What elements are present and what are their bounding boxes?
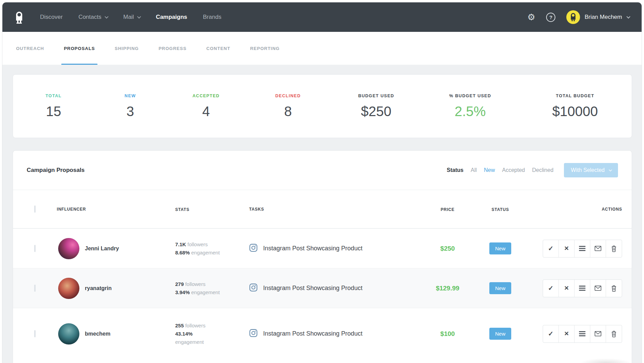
status-filter-label: Status	[447, 167, 464, 173]
nav-item-contacts[interactable]: Contacts	[78, 14, 107, 21]
filter-option-declined[interactable]: Declined	[532, 167, 553, 173]
column-stats: STATS	[175, 207, 190, 212]
accept-button[interactable]: ✓	[543, 325, 559, 342]
menu-button[interactable]	[575, 280, 590, 297]
nav-item-discover[interactable]: Discover	[40, 14, 63, 21]
tab-label: PROPOSALS	[64, 46, 95, 51]
nav-label: Brands	[203, 14, 221, 21]
chevron-down-icon	[609, 168, 612, 172]
stat-label: % BUDGET USED	[449, 93, 491, 98]
engagement-value: 3.94%	[175, 289, 190, 295]
row-checkbox[interactable]	[34, 285, 36, 292]
row-actions: ✓ ✕	[543, 279, 622, 297]
delete-button[interactable]	[606, 325, 622, 342]
gear-icon[interactable]: ⚙	[527, 13, 535, 22]
followers-value: 279	[175, 281, 184, 287]
help-icon[interactable]: ?	[546, 13, 555, 22]
instagram-icon	[249, 329, 258, 339]
message-button[interactable]	[590, 280, 606, 297]
tab-progress[interactable]: PROGRESS	[158, 32, 186, 65]
campaign-tabbar: OUTREACH PROPOSALS SHIPPING PROGRESS CON…	[2, 32, 642, 65]
user-name: Brian Mechem	[584, 14, 622, 21]
tab-shipping[interactable]: SHIPPING	[115, 32, 139, 65]
nav-item-mail[interactable]: Mail	[123, 14, 140, 21]
tab-proposals[interactable]: PROPOSALS	[64, 32, 95, 65]
message-button[interactable]	[590, 325, 606, 342]
table-header: INFLUENCER STATS TASKS PRICE STATUS ACTI…	[13, 190, 632, 228]
menu-button[interactable]	[575, 325, 590, 342]
menu-button[interactable]	[575, 240, 590, 257]
followers-value: 7.1K	[175, 241, 186, 247]
trash-icon	[611, 245, 617, 252]
nav-item-brands[interactable]: Brands	[203, 14, 221, 21]
decline-button[interactable]: ✕	[559, 240, 575, 257]
stat-total: TOTAL 15	[13, 93, 94, 119]
stat-new: NEW 3	[94, 93, 167, 119]
influencer-name[interactable]: bmechem	[85, 331, 111, 337]
accept-button[interactable]: ✓	[543, 280, 559, 297]
delete-button[interactable]	[606, 280, 622, 297]
envelope-icon	[594, 285, 602, 291]
influencer-name[interactable]: ryanatgrin	[85, 285, 112, 291]
message-button[interactable]	[590, 240, 606, 257]
table-row: bmechem 255 followers 43.14% engagement …	[13, 308, 632, 359]
user-menu[interactable]: Brian Mechem	[566, 10, 629, 24]
accept-button[interactable]: ✓	[543, 240, 559, 257]
delete-button[interactable]	[606, 240, 622, 257]
nav-item-campaigns[interactable]: Campaigns	[156, 14, 187, 21]
tab-content[interactable]: CONTENT	[206, 32, 230, 65]
price-value: $250	[440, 245, 455, 252]
row-checkbox[interactable]	[34, 330, 36, 337]
hamburger-icon	[579, 286, 585, 291]
trash-icon	[611, 285, 617, 292]
stat-label: BUDGET USED	[358, 93, 394, 98]
hamburger-icon	[579, 246, 585, 251]
stat-label: DECLINED	[275, 93, 300, 98]
engagement-unit: engagement	[175, 339, 204, 345]
status-filter: Status All New Accepted Declined With Se…	[447, 163, 618, 177]
price-value: $129.99	[436, 285, 460, 292]
row-checkbox[interactable]	[34, 245, 36, 252]
stat-value: $250	[361, 104, 391, 119]
influencer-name[interactable]: Jenni Landry	[85, 246, 119, 252]
navbar-right-group: ⚙ ? Brian Mechem	[527, 10, 629, 24]
proposals-header: Campaign Proposals Status All New Accept…	[13, 151, 632, 190]
active-tab-underline	[61, 64, 98, 65]
app-window: Discover Contacts Mail Campaigns Brands …	[2, 2, 642, 363]
envelope-icon	[594, 246, 602, 251]
engagement-value: 8.68%	[175, 250, 190, 255]
filter-option-new[interactable]: New	[484, 167, 495, 173]
stat-total-budget: TOTAL BUDGET $10000	[518, 93, 632, 119]
tab-outreach[interactable]: OUTREACH	[16, 32, 44, 65]
price-value: $100	[440, 330, 455, 337]
stat-value: 2.5%	[455, 104, 486, 119]
decline-button[interactable]: ✕	[559, 325, 575, 342]
grin-logo-icon[interactable]	[15, 10, 24, 25]
influencer-avatar[interactable]	[58, 278, 79, 299]
engagement-value: 43.14%	[175, 331, 193, 337]
chevron-down-icon	[105, 15, 108, 18]
column-status: STATUS	[491, 207, 509, 212]
select-all-checkbox[interactable]	[34, 205, 36, 213]
followers-unit: followers	[188, 241, 208, 247]
filter-option-all[interactable]: All	[471, 167, 477, 173]
stat-label: TOTAL BUDGET	[556, 93, 594, 98]
tab-reporting[interactable]: REPORTING	[250, 32, 280, 65]
page-content: TOTAL 15 NEW 3 ACCEPTED 4 DECLINED 8 BUD…	[2, 65, 642, 363]
influencer-avatar[interactable]	[58, 323, 79, 345]
stat-value: 15	[46, 104, 61, 119]
filter-option-accepted[interactable]: Accepted	[502, 167, 525, 173]
followers-unit: followers	[185, 281, 205, 287]
influencer-avatar[interactable]	[58, 238, 79, 259]
table-row: Jenni Landry 7.1K followers 8.68% engage…	[13, 228, 632, 268]
nav-label: Campaigns	[156, 14, 187, 21]
column-influencer: INFLUENCER	[57, 207, 86, 212]
avatar	[566, 10, 580, 24]
campaign-proposals-card: Campaign Proposals Status All New Accept…	[13, 150, 632, 363]
row-actions: ✓ ✕	[543, 240, 622, 258]
page-title: Campaign Proposals	[27, 167, 85, 174]
envelope-icon	[594, 331, 602, 337]
decline-button[interactable]: ✕	[559, 280, 575, 297]
with-selected-button[interactable]: With Selected	[564, 163, 618, 177]
trash-icon	[611, 330, 617, 337]
